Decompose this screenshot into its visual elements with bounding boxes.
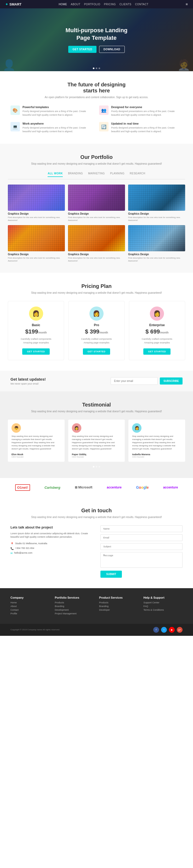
pricing-btn-basic[interactable]: GET STARTED (22, 348, 50, 355)
nav-portfolio[interactable]: PORTFOLIO (84, 3, 100, 6)
hero-decoration-left: 👤 (3, 59, 16, 71)
portfolio-desc-2: Find description for the one who look fo… (68, 216, 125, 222)
footer-link-products[interactable]: Products (55, 601, 94, 604)
portfolio-item-6[interactable]: Graphics Design Find description for the… (128, 225, 185, 262)
features-subtitle: An open platform for presentations and c… (10, 95, 183, 99)
testimonial-section: Testimonial Stop wasting time and money … (0, 391, 193, 478)
footer-link-project-mgmt[interactable]: Project Management (55, 612, 94, 615)
testimonial-text-3: Stop wasting time and money designing an… (132, 435, 182, 451)
form-message-group (100, 552, 183, 568)
dot-2[interactable] (96, 67, 97, 69)
newsletter-email-input[interactable] (110, 377, 158, 385)
feature-title-anywhere: Work anywhere (23, 122, 94, 125)
pricing-grid: 👩 Basic $199/month Carefully crafted com… (8, 301, 185, 360)
hero-decoration-right: 🧑‍💼 (177, 59, 190, 71)
footer-link-contact[interactable]: Contact (10, 609, 50, 611)
phone-icon: 📞 (10, 547, 13, 550)
social-facebook-icon[interactable]: f (153, 627, 159, 633)
dot-1[interactable] (93, 67, 94, 69)
dot-3[interactable] (99, 67, 100, 69)
footer-link-development[interactable]: Development (55, 609, 94, 611)
portfolio-subtitle: Stop wasting time and money designing an… (8, 162, 185, 166)
footer-copyright: Copyright © 2019 Company name All rights… (10, 628, 60, 631)
contact-grid: Lets talk about the project Lorem ipsum … (10, 525, 183, 578)
pricing-features-enterprise: Carefully crafted componentsAmazing page… (133, 337, 181, 345)
social-youtube-icon[interactable]: ▶ (169, 627, 175, 633)
pricing-period-pro: /month (99, 331, 108, 334)
form-name-input[interactable] (100, 525, 183, 532)
pricing-features-basic: Carefully crafted componentsAmazing page… (12, 337, 60, 345)
nav-pricing[interactable]: PRICING (104, 3, 116, 6)
logo-text: SMART (9, 2, 22, 6)
location-icon: 📍 (10, 542, 13, 545)
navbar: ✦ SMART HOME ABOUT PORTFOLIO PRICING CLI… (0, 0, 193, 8)
menu-icon[interactable]: ≡ (186, 2, 188, 6)
partner-logo-o1net: O1net! (15, 484, 30, 491)
testimonial-role-3: CEO founder (132, 456, 182, 458)
pricing-btn-enterprise[interactable]: GET STARTED (143, 348, 170, 355)
tab-branding[interactable]: BRANDING (68, 172, 83, 177)
testimonial-avatar-2: 👩 (72, 423, 81, 433)
testimonial-text-1: Stop wasting time and money designing an… (11, 435, 61, 451)
testimonial-dot-1[interactable] (93, 466, 94, 467)
portfolio-desc-4: Find description for the one who look fo… (8, 256, 65, 262)
portfolio-thumb-1 (8, 185, 65, 211)
testimonial-avatar-3: 👩 (132, 423, 141, 433)
contact-address: Studio 01 Melbourne, Australia (15, 542, 47, 545)
footer-link-about[interactable]: About (10, 605, 50, 608)
testimonial-dot-2[interactable] (96, 466, 97, 467)
hero-download-button[interactable]: DOWNLOAD (99, 46, 125, 53)
portfolio-item-1[interactable]: Graphics Design Find description for the… (8, 185, 65, 222)
footer-col-portfolio: Portfolio Services Products Branding Dev… (55, 596, 94, 616)
contact-email-item: ✉ hello@acme.com (10, 552, 93, 555)
nav-about[interactable]: ABOUT (71, 3, 80, 6)
hero-title: Multi-purpose LandingPage Template (65, 27, 127, 42)
footer-link-home[interactable]: Home (10, 601, 50, 604)
partner-logo-accenture-2: accenture (163, 486, 178, 489)
newsletter-subscribe-button[interactable]: SUBSCRIBE (160, 377, 183, 384)
portfolio-item-3[interactable]: Graphics Design Find description for the… (128, 185, 185, 222)
footer-link-branding[interactable]: Branding (55, 605, 94, 608)
portfolio-thumb-5 (68, 225, 125, 251)
nav-clients[interactable]: CLIENTS (120, 3, 132, 6)
testimonial-card-3: 👩 Stop wasting time and money designing … (128, 420, 185, 462)
social-twitter-icon[interactable]: t (161, 627, 167, 633)
portfolio-item-5[interactable]: Graphics Design Find description for the… (68, 225, 125, 262)
portfolio-item-4[interactable]: Graphics Design Find description for the… (8, 225, 65, 262)
tab-planning[interactable]: PLANNING (110, 172, 125, 177)
tab-all-work[interactable]: ALL WORK (47, 172, 63, 177)
footer-bottom: Copyright © 2019 Company name All rights… (0, 624, 193, 636)
nav-links: HOME ABOUT PORTFOLIO PRICING CLIENTS CON… (59, 3, 148, 6)
nav-home[interactable]: HOME (59, 3, 67, 6)
nav-contact[interactable]: CONTACT (135, 3, 148, 6)
testimonial-subtitle: Stop wasting time and money designing an… (8, 409, 185, 413)
footer-link-faq[interactable]: FAQ (143, 605, 183, 608)
social-googleplus-icon[interactable]: g+ (177, 627, 183, 633)
form-subject-input[interactable] (100, 543, 183, 550)
tab-marketing[interactable]: MARKETING (88, 172, 105, 177)
contact-form: SUBMIT (100, 525, 183, 578)
hero-get-started-button[interactable]: GET STARTED (68, 46, 96, 53)
pricing-period-basic: /month (38, 331, 46, 334)
feature-icon-realtime: 🔄 (99, 122, 108, 131)
feature-desc-anywhere: Poorly designed presentations are a thin… (23, 126, 94, 133)
form-message-textarea[interactable] (100, 552, 183, 568)
footer-link-products-2[interactable]: Products (99, 601, 138, 604)
pricing-btn-pro[interactable]: GET STARTED (83, 348, 110, 355)
footer-link-branding-2[interactable]: Branding (99, 605, 138, 608)
portfolio-title-1: Graphics Design (8, 212, 65, 215)
testimonial-dot-3[interactable] (99, 466, 100, 467)
footer-link-developer[interactable]: Developer (99, 609, 138, 611)
footer-link-support[interactable]: Support Center (143, 601, 183, 604)
portfolio-item-2[interactable]: Graphics Design Find description for the… (68, 185, 125, 222)
partner-logo-carlsberg: Carlsberg (44, 486, 60, 490)
form-subject-group (100, 543, 183, 550)
tab-research[interactable]: RESEARCH (130, 172, 146, 177)
footer-link-terms[interactable]: Terms & Conditions (143, 609, 183, 611)
form-submit-button[interactable]: SUBMIT (100, 571, 122, 578)
portfolio-desc-6: Find description for the one who look fo… (128, 256, 185, 262)
footer-link-profile[interactable]: Profile (10, 612, 50, 615)
form-email-input[interactable] (100, 534, 183, 541)
pricing-name-enterprise: Enterprise (133, 323, 181, 327)
feature-desc-realtime: Poorly designed presentations are a thin… (111, 126, 183, 133)
